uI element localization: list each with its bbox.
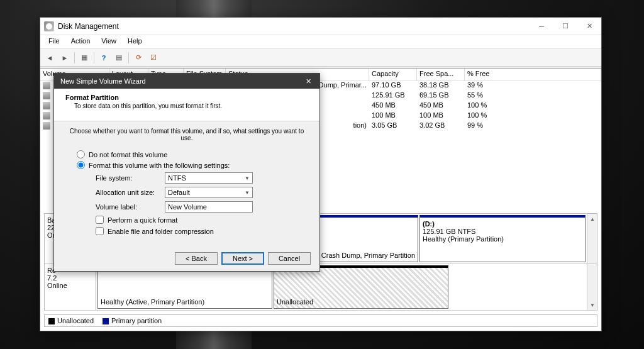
col-pctfree[interactable]: % Free xyxy=(465,69,601,80)
wizard-body: Choose whether you want to format this v… xyxy=(54,121,319,243)
toolbar: ◄ ► ▦ ? ▤ ⟳ ☑ xyxy=(40,49,601,67)
volume-icon xyxy=(43,102,50,109)
volume-icon xyxy=(43,92,50,99)
scrollbar[interactable]: ▼ xyxy=(587,264,597,310)
chevron-down-icon: ▼ xyxy=(245,190,250,196)
help-icon[interactable]: ? xyxy=(97,51,111,65)
close-button[interactable]: ✕ xyxy=(577,18,601,35)
chevron-down-icon: ▼ xyxy=(245,175,250,181)
col-capacity[interactable]: Capacity xyxy=(369,69,417,80)
scroll-up-icon[interactable]: ▲ xyxy=(587,214,597,224)
compression-checkbox[interactable]: Enable file and folder compression xyxy=(96,227,306,235)
quick-format-checkbox[interactable]: Perform a quick format xyxy=(96,216,306,224)
allocation-unit-select[interactable]: Default ▼ xyxy=(165,187,253,198)
menu-bar: File Action View Help xyxy=(40,35,601,49)
minimize-button[interactable]: ─ xyxy=(530,18,553,35)
volume-icon xyxy=(43,122,50,130)
volume-label-input[interactable]: New Volume xyxy=(165,201,253,213)
filesystem-label: File system: xyxy=(96,174,165,182)
radio-do-not-format[interactable] xyxy=(77,150,85,158)
legend: Unallocated Primary partition xyxy=(44,314,597,327)
wizard-title-bar[interactable]: New Simple Volume Wizard ✕ xyxy=(54,74,319,89)
option-do-not-format[interactable]: Do not format this volume xyxy=(77,150,306,158)
wizard-title: New Simple Volume Wizard xyxy=(60,77,146,85)
window-title: Disk Management xyxy=(58,22,119,31)
volume-label-label: Volume label: xyxy=(96,203,165,211)
volume-icon xyxy=(43,82,50,89)
partition-recovery[interactable]: Healthy (Active, Primary Partition) xyxy=(97,265,272,309)
next-button[interactable]: Next > xyxy=(221,252,264,265)
wizard-heading: Format Partition xyxy=(65,94,308,101)
new-simple-volume-wizard: New Simple Volume Wizard ✕ Format Partit… xyxy=(53,73,320,272)
partition-d[interactable]: (D:) 125.91 GB NTFS Healthy (Primary Par… xyxy=(419,215,586,262)
wizard-subtitle: To store data on this partition, you mus… xyxy=(65,101,308,109)
back-icon[interactable]: ◄ xyxy=(43,51,57,65)
legend-unallocated: Unallocated xyxy=(48,317,94,324)
menu-view[interactable]: View xyxy=(96,35,122,48)
maximize-button[interactable]: ☐ xyxy=(553,18,577,35)
list-icon[interactable]: ▤ xyxy=(112,51,126,65)
volume-icon xyxy=(43,112,50,119)
forward-icon[interactable]: ► xyxy=(58,51,72,65)
partition-unallocated[interactable]: Unallocated xyxy=(274,265,448,309)
radio-format[interactable] xyxy=(77,161,85,169)
col-freespace[interactable]: Free Spa... xyxy=(417,69,465,80)
scroll-down-icon[interactable]: ▼ xyxy=(587,300,597,310)
wizard-header: Format Partition To store data on this p… xyxy=(54,89,319,121)
title-bar[interactable]: Disk Management ─ ☐ ✕ xyxy=(40,18,601,35)
refresh-icon[interactable]: ⟳ xyxy=(131,51,145,65)
grid-icon[interactable]: ▦ xyxy=(77,51,91,65)
menu-file[interactable]: File xyxy=(43,35,65,48)
filesystem-select[interactable]: NTFS ▼ xyxy=(165,172,253,184)
wizard-instruction: Choose whether you want to format this v… xyxy=(68,128,306,141)
legend-primary: Primary partition xyxy=(103,317,162,324)
menu-action[interactable]: Action xyxy=(65,35,96,48)
app-icon xyxy=(44,21,54,31)
scrollbar[interactable]: ▲ xyxy=(587,214,597,263)
menu-help[interactable]: Help xyxy=(122,35,148,48)
option-format-with-settings[interactable]: Format this volume with the following se… xyxy=(77,161,306,169)
check-icon[interactable]: ☑ xyxy=(147,51,160,65)
cancel-button[interactable]: Cancel xyxy=(268,252,311,265)
wizard-close-button[interactable]: ✕ xyxy=(297,74,319,89)
back-button[interactable]: < Back xyxy=(175,252,218,265)
allocation-unit-label: Allocation unit size: xyxy=(96,189,165,196)
